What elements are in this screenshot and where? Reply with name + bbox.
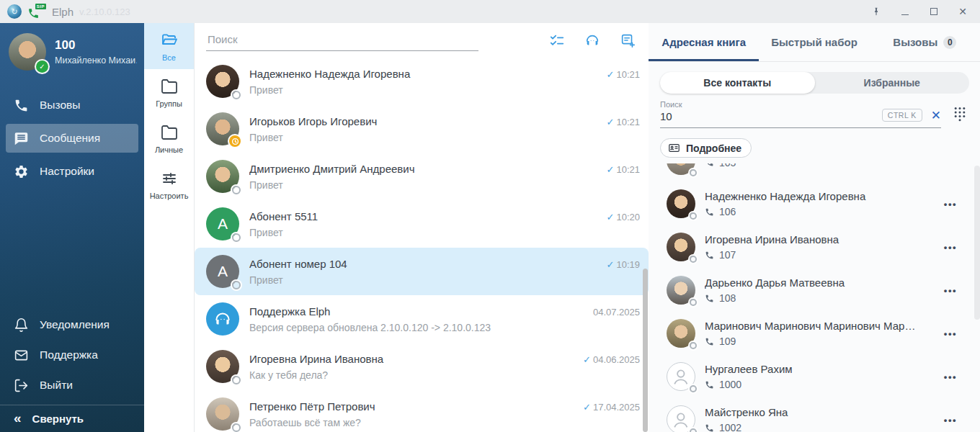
chat-name: Надежненко Надежда Игоревна <box>249 68 600 80</box>
sidebar-item-support[interactable]: Поддержка <box>6 340 138 370</box>
contact-menu-button[interactable]: ••• <box>944 199 957 210</box>
chat-row-selected[interactable]: А Абонент номер 104 ✓10:19 Привет <box>195 248 649 295</box>
contact-row[interactable]: Нургалеев Рахим 1000 ••• <box>667 355 980 398</box>
chat-row[interactable]: Игорьков Игорь Игоревич ✓10:21 Привет <box>195 105 649 153</box>
chat-time: 17.04.2025 <box>593 402 640 413</box>
maximize-button[interactable] <box>928 6 940 17</box>
read-check-icon: ✓ <box>607 164 615 175</box>
status-offline-badge <box>232 376 241 384</box>
tab-label: Вызовы <box>893 36 937 48</box>
status-offline-badge <box>690 212 697 220</box>
close-button[interactable]: ✕ <box>957 6 968 17</box>
segment-favorites[interactable]: Избранные <box>815 72 970 94</box>
collapse-sidebar-button[interactable]: « Свернуть <box>0 405 144 432</box>
contact-row[interactable]: Маринович Маринович Маринович Мар… 109 •… <box>667 312 980 355</box>
sidebar-item-logout[interactable]: Выйти <box>6 370 138 400</box>
bell-icon <box>14 318 29 333</box>
filter-groups[interactable]: Группы <box>144 69 194 115</box>
message-icon <box>14 131 29 146</box>
filter-personal[interactable]: Личные <box>144 115 194 161</box>
details-button-label: Подробнее <box>686 143 741 154</box>
chat-time: 10:20 <box>616 212 640 222</box>
contact-number: 107 <box>719 249 736 261</box>
minimize-button[interactable] <box>899 6 911 17</box>
select-chats-icon[interactable] <box>549 32 565 48</box>
status-offline-badge <box>690 256 697 263</box>
new-chat-icon[interactable] <box>620 32 636 48</box>
contact-name: Игоревна Ирина Ивановна <box>705 233 926 246</box>
contacts-search-input[interactable] <box>660 110 829 122</box>
chat-last-message: Как у тебя дела? <box>249 369 640 381</box>
chat-last-message: Привет <box>249 227 640 238</box>
chat-row[interactable]: Дмитриенко Дмитрий Андреевич ✓10:21 Прив… <box>195 153 649 200</box>
chat-toolbar <box>195 23 649 58</box>
contact-row[interactable]: Надежненко Надежда Игоревна 106 ••• <box>667 182 980 225</box>
contact-list-scrollbar[interactable] <box>974 166 980 320</box>
read-check-icon: ✓ <box>607 212 615 222</box>
contact-menu-button[interactable]: ••• <box>944 328 957 339</box>
chat-list-scrollbar[interactable] <box>643 269 648 432</box>
filter-configure[interactable]: Настроить <box>144 161 194 207</box>
chat-list-panel: Надежненко Надежда Игоревна ✓10:21 Приве… <box>195 23 649 432</box>
chat-name: Дмитриенко Дмитрий Андреевич <box>249 163 600 175</box>
sidebar-item-messages[interactable]: Сообщения <box>6 124 138 153</box>
chat-row[interactable]: Петренко Пётр Петрович ✓17.04.2025 Работ… <box>195 390 649 432</box>
support-icon[interactable] <box>584 32 600 48</box>
chat-search-input[interactable] <box>206 30 478 51</box>
contact-menu-button[interactable]: ••• <box>944 285 957 296</box>
user-profile[interactable]: ✓ 100 Михайленко Михаи… <box>0 23 144 82</box>
tab-address-book[interactable]: Адресная книга <box>649 23 759 61</box>
pin-button[interactable] <box>870 6 882 17</box>
sidebar-item-calls[interactable]: Вызовы <box>6 91 138 120</box>
contact-menu-button[interactable]: ••• <box>944 415 957 426</box>
chat-row[interactable]: Надежненко Надежда Игоревна ✓10:21 Приве… <box>195 58 649 105</box>
chat-last-message: Версия сервера обновлена 2.10.0.120 -> 2… <box>249 322 640 333</box>
chat-row[interactable]: Поддержка Elph 04.07.2025 Версия сервера… <box>195 295 649 343</box>
tab-calls[interactable]: Вызовы0 <box>870 23 980 61</box>
contact-row[interactable]: 105 <box>667 163 980 182</box>
contact-number: 1000 <box>719 379 741 390</box>
contact-menu-button[interactable]: ••• <box>944 242 957 253</box>
chat-time: 04.06.2025 <box>593 354 640 365</box>
filter-label: Личные <box>155 145 183 154</box>
filter-all[interactable]: Все <box>144 23 194 69</box>
chat-time: 10:21 <box>616 117 640 127</box>
chat-row[interactable]: А Абонент 5511 ✓10:20 Привет <box>195 200 649 248</box>
segment-all-contacts[interactable]: Все контакты <box>660 72 815 94</box>
contact-row[interactable]: Майстренко Яна 1002 ••• <box>667 398 980 432</box>
contact-row[interactable]: Дарьенко Дарья Матвеевна 108 ••• <box>667 269 980 312</box>
phone-icon <box>14 98 29 113</box>
clear-search-icon[interactable]: ✕ <box>931 109 941 122</box>
chat-row[interactable]: Игоревна Ирина Ивановна ✓04.06.2025 Как … <box>195 343 649 390</box>
dialpad-button[interactable] <box>953 106 967 125</box>
contact-menu-button[interactable]: ••• <box>944 372 957 382</box>
user-avatar: ✓ <box>9 33 46 71</box>
contacts-panel: Адресная книга Быстрый набор Вызовы0 Все… <box>649 23 980 432</box>
chat-last-message: Работаешь всё там же? <box>249 417 640 428</box>
read-check-icon: ✓ <box>607 117 615 127</box>
chat-last-message: Привет <box>249 84 640 96</box>
sidebar-item-settings[interactable]: Настройки <box>6 157 138 186</box>
details-button[interactable]: Подробнее <box>660 138 752 158</box>
chat-time: 04.07.2025 <box>593 307 640 318</box>
chat-last-message: Привет <box>249 179 640 191</box>
status-offline-badge <box>690 385 697 392</box>
logout-icon <box>14 378 29 393</box>
chat-name: Абонент номер 104 <box>249 258 600 270</box>
contact-card-icon <box>668 142 680 154</box>
filter-label: Все <box>162 53 176 62</box>
phone-icon <box>705 337 714 346</box>
contact-number: 105 <box>719 163 736 168</box>
sidebar-item-notifications[interactable]: Уведомления <box>6 310 138 340</box>
gear-icon <box>14 164 29 179</box>
contact-number: 106 <box>719 206 736 217</box>
read-check-icon: ✓ <box>583 402 591 413</box>
clock-icon <box>231 138 239 145</box>
contact-name: Маринович Маринович Маринович Мар… <box>705 320 926 332</box>
contact-row[interactable]: Игоревна Ирина Ивановна 107 ••• <box>667 225 980 269</box>
phone-icon <box>705 163 714 167</box>
sidebar: ✓ 100 Михайленко Михаи… Вызовы Сообщения <box>0 23 144 432</box>
contacts-segmented-control: Все контакты Избранные <box>660 72 969 94</box>
headset-icon <box>213 310 232 328</box>
tab-speed-dial[interactable]: Быстрый набор <box>759 23 869 61</box>
